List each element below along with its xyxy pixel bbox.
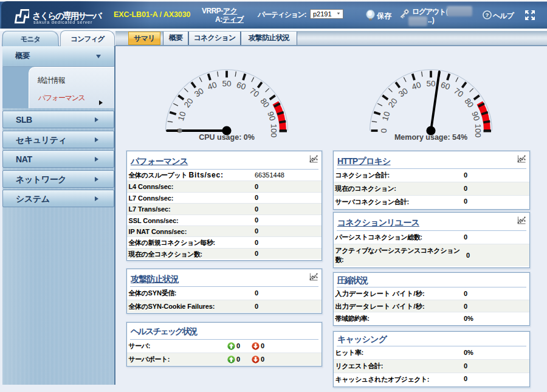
svg-text:90: 90: [266, 111, 277, 122]
svg-text:10: 10: [176, 111, 188, 122]
svg-text:90: 90: [470, 111, 481, 122]
svg-text:40: 40: [207, 80, 218, 92]
svg-text:60: 60: [235, 80, 247, 92]
svg-text:40: 40: [411, 80, 422, 92]
svg-text:Memory usage: 54%: Memory usage: 54%: [394, 133, 467, 142]
svg-text:60: 60: [439, 80, 451, 92]
svg-text:50: 50: [222, 79, 231, 88]
svg-text:?: ?: [486, 12, 489, 18]
svg-text:10: 10: [380, 111, 392, 122]
svg-text:0: 0: [379, 128, 388, 133]
svg-text:100: 100: [269, 124, 278, 138]
svg-text:CPU usage: 0%: CPU usage: 0%: [199, 133, 255, 142]
svg-text:50: 50: [426, 79, 435, 88]
svg-text:100: 100: [473, 124, 483, 138]
